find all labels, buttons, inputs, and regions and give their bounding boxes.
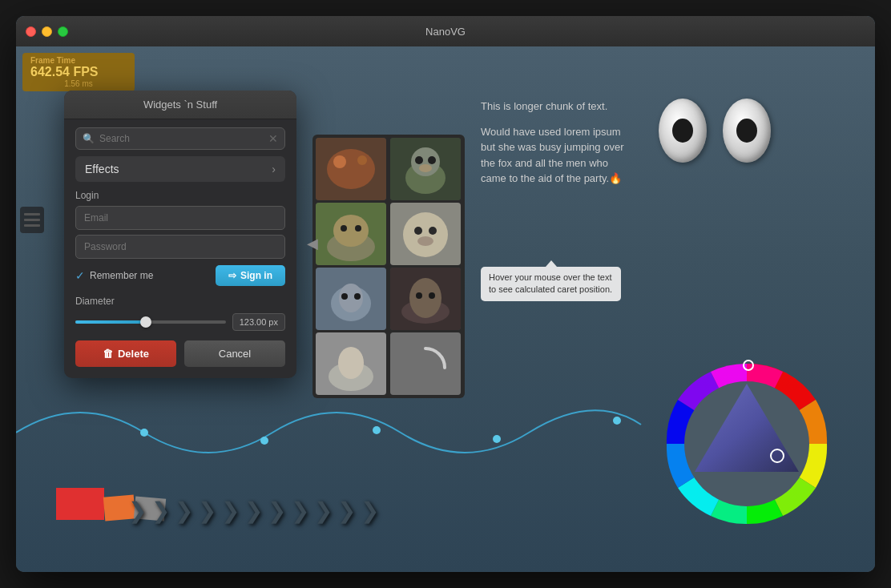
arrow-chevron-2: ❯ [151,497,170,524]
svg-point-7 [415,156,423,164]
widget-dialog: Widgets `n Stuff 🔍 ✕ Effects › Login [64,91,296,378]
titlebar: NanoVG [16,16,875,46]
image-thumbnail-1 [316,138,386,200]
svg-point-17 [414,227,422,235]
delete-button[interactable]: 🗑 Delete [75,340,176,367]
signin-button[interactable]: ⇨ Sign in [216,265,285,286]
slider-row: 123.00 px [75,313,285,331]
svg-point-34 [140,429,148,437]
diameter-label: Diameter [75,296,285,307]
image-thumbnail-3 [316,203,386,265]
image-cell-2[interactable] [390,138,461,200]
effects-row[interactable]: Effects › [75,156,285,182]
remember-left: ✓ Remember me [75,269,153,282]
sine-wave-svg [16,385,641,457]
fps-ms: 1.56 ms [30,79,127,88]
image-cell-3[interactable] [316,203,386,265]
svg-point-8 [428,156,436,164]
tooltip-text: Hover your mouse over the text to see ca… [489,272,612,294]
image-cell-5[interactable] [316,268,386,330]
arrow-chevron-6: ❯ [244,497,263,524]
search-box[interactable]: 🔍 ✕ [75,127,285,150]
svg-point-24 [354,293,361,300]
close-button[interactable] [26,26,36,37]
password-field[interactable] [75,235,285,259]
arrow-chevron-9: ❯ [314,497,333,524]
buttons-row: 🗑 Delete Cancel [75,340,285,367]
fps-value: 642.54 FPS [30,65,99,79]
image-cell-1[interactable] [316,138,386,200]
text-paragraph1: This is longer chunk of text. [481,99,629,115]
eye-right [723,99,771,163]
arrow-chevron-4: ❯ [198,497,216,524]
svg-point-37 [493,435,501,443]
pupil-right [736,119,757,143]
canvas-area: Frame Time 642.54 FPS 1.56 ms Widgets `n… [16,46,875,572]
effects-arrow-icon: › [272,163,276,175]
main-window: NanoVG Frame Time 642.54 FPS 1.56 ms Wid… [16,16,875,572]
left-panel [20,207,44,233]
svg-point-28 [416,292,422,299]
svg-point-16 [403,212,448,257]
text-block: This is longer chunk of text. Would have… [481,99,629,187]
widget-title: Widgets `n Stuff [64,91,296,119]
svg-point-19 [417,236,433,246]
svg-point-35 [260,437,268,445]
search-clear-icon[interactable]: ✕ [268,132,278,145]
slider-thumb[interactable] [140,316,151,328]
maximize-button[interactable] [58,26,68,37]
color-wheel-container [659,356,835,532]
panel-line [24,213,40,215]
eyes-container [659,99,771,163]
image-thumbnail-5 [316,268,386,330]
widget-body: 🔍 ✕ Effects › Login ✓ Remember [64,119,296,378]
image-cell-4[interactable] [390,203,461,265]
arrow-chevron-7: ❯ [268,497,286,524]
traffic-lights [26,26,68,37]
image-thumbnail-6 [390,268,461,330]
svg-point-9 [419,164,432,172]
arrow-chevron-11: ❯ [361,497,379,524]
svg-point-2 [333,155,346,168]
svg-point-18 [429,227,437,235]
fps-label: Frame Time [30,56,75,65]
minimize-button[interactable] [42,26,52,37]
image-cell-6[interactable] [390,268,461,330]
swatch-red [56,488,104,520]
tooltip-arrow [546,260,557,267]
slider-value: 123.00 px [232,313,285,331]
svg-point-36 [373,426,381,434]
svg-point-23 [341,293,348,300]
grid-prev-button[interactable]: ◀ [307,235,318,252]
svg-point-29 [429,292,435,299]
color-wheel-svg[interactable] [659,356,835,532]
window-title: NanoVG [425,26,466,38]
arrow-chevron-1: ❯ [128,497,147,524]
arrow-chevron-5: ❯ [221,497,240,524]
tooltip-box: Hover your mouse over the text to see ca… [481,267,621,301]
login-label: Login [75,190,285,201]
svg-point-12 [333,215,369,247]
panel-line [24,219,40,221]
svg-point-13 [341,225,347,232]
signin-icon: ⇨ [228,270,236,281]
arrow-chevron-10: ❯ [337,497,356,524]
checkbox-checked-icon[interactable]: ✓ [75,269,85,282]
diameter-slider[interactable] [75,320,226,324]
email-field[interactable] [75,206,285,230]
image-grid [312,135,465,398]
panel-line [24,224,40,227]
search-input[interactable] [99,133,268,144]
svg-point-1 [327,149,375,189]
fps-counter: Frame Time 642.54 FPS 1.56 ms [22,53,135,91]
arrow-chevron-3: ❯ [175,497,193,524]
signin-label: Sign in [240,270,272,281]
svg-point-27 [409,278,441,318]
arrows-row: ❯ ❯ ❯ ❯ ❯ ❯ ❯ ❯ ❯ ❯ ❯ [128,497,379,524]
pupil-left [672,119,693,143]
svg-point-14 [355,225,361,232]
cancel-button[interactable]: Cancel [184,340,285,367]
delete-label: Delete [118,348,149,360]
arrow-chevron-8: ❯ [291,497,309,524]
search-icon: 🔍 [83,133,95,144]
